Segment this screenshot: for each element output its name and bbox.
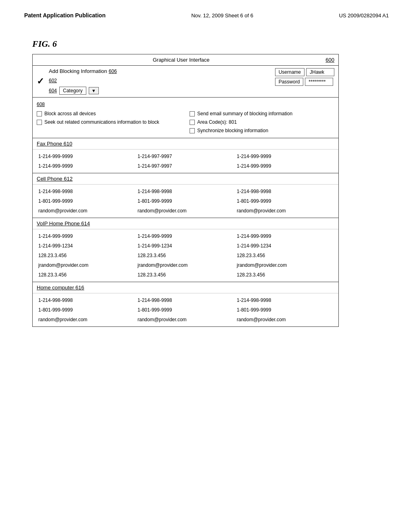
add-blocking-labels: Add Blocking Information 606 602 604 Cat… [49,68,117,95]
data-cell-1-0-2: 1-214-998-9998 [235,187,334,196]
data-cell-1-2-0: random@provider.com [37,206,136,215]
gui-header: Graphical User Interface 600 [33,54,338,66]
option-row-1: Seek out related communications informat… [37,119,181,126]
data-cell-1-0-0: 1-214-998-9998 [37,187,136,196]
section-header-0: Fax Phone 610 [33,138,338,150]
ref-604: 604 [49,88,57,94]
username-row: Username JHawk [275,68,334,76]
data-cell-3-0-0: 1-214-998-9998 [37,296,136,305]
password-row: Password ********* [275,78,334,86]
data-cell-2-3-2: jrandom@provider.com [235,261,334,270]
data-cell-2-3-1: jrandom@provider.com [136,261,235,270]
checkmark-icon: ✓ [37,76,44,87]
data-cell-2-3-0: jrandom@provider.com [37,261,136,270]
data-cell-3-2-2: random@provider.com [235,315,334,324]
data-cell-2-0-2: 1-214-999-9999 [235,232,334,241]
data-cell-2-2-0: 128.23.3.456 [37,251,136,260]
options-right: Send email summary of blocking informati… [190,110,334,134]
data-cell-2-2-1: 128.23.3.456 [136,251,235,260]
data-cell-2-4-0: 128.23.3.456 [37,270,136,279]
option-row-right-0: Send email summary of blocking informati… [190,110,334,117]
category-row: 602 [49,77,117,83]
data-cell-0-0-0: 1-214-999-9999 [37,152,136,161]
section-header-2: VoIP Home Phone 614 [33,218,338,229]
data-cell-3-0-1: 1-214-998-9998 [136,296,235,305]
checkbox-block-all[interactable] [37,111,42,116]
add-blocking-line: Add Blocking Information 606 [49,68,117,74]
category-dropdown[interactable]: ▼ [89,87,99,94]
checkbox-sync[interactable] [190,128,195,133]
section-label-3: Home computer 616 [37,285,84,291]
data-section-0: Fax Phone 6101-214-999-99991-214-997-999… [33,138,338,173]
data-cell-3-0-2: 1-214-998-9998 [235,296,334,305]
data-cell-2-4-2: 128.23.3.456 [235,270,334,279]
option-label-0: Block across all devices [44,110,96,117]
ref-602: 602 [49,78,57,83]
options-left: Block across all devices Seek out relate… [37,110,181,134]
data-cell-3-2-0: random@provider.com [37,315,136,324]
data-sections: Fax Phone 6101-214-999-99991-214-997-999… [33,138,338,326]
checkbox-email-summary[interactable] [190,111,195,116]
data-rows-1: 1-214-998-99981-214-998-99981-214-998-99… [33,185,338,218]
option-label-1: Seek out related communications informat… [44,119,159,126]
option-label-right-2: Synchronize blocking information [197,127,268,134]
publication-date: Nov. 12, 2009 Sheet 6 of 6 [191,12,253,19]
username-label: Username [275,68,305,76]
data-section-2: VoIP Home Phone 6141-214-999-99991-214-9… [33,218,338,282]
data-cell-1-1-2: 1-801-999-9999 [235,197,334,206]
section-header-1: Cell Phone 612 [33,173,338,185]
data-rows-0: 1-214-999-99991-214-997-99971-214-999-99… [33,150,338,173]
username-value: JHawk [306,68,334,76]
checkbox-area-code[interactable] [190,120,195,125]
data-cell-3-2-1: random@provider.com [136,315,235,324]
gui-container: Graphical User Interface 600 ✓ Add Block… [32,54,339,327]
data-cell-2-4-1: 128.23.3.456 [136,270,235,279]
data-cell-2-2-2: 128.23.3.456 [235,251,334,260]
data-cell-3-1-2: 1-801-999-9999 [235,305,334,314]
page-body: FIG. 6 Graphical User Interface 600 ✓ Ad… [0,23,413,343]
data-cell-1-2-2: random@provider.com [235,206,334,215]
add-blocking-row: ✓ Add Blocking Information 606 602 604 C… [33,66,338,98]
option-label-right-1: Area Code(s): 801 [197,119,237,126]
data-rows-2: 1-214-999-99991-214-999-99991-214-999-99… [33,229,338,282]
checkbox-seek-related[interactable] [37,120,42,125]
section-header-3: Home computer 616 [33,282,338,293]
data-cell-2-1-2: 1-214-999-1234 [235,241,334,250]
options-grid: Block across all devices Seek out relate… [37,110,334,134]
gui-title: Graphical User Interface [37,57,325,63]
credentials-section: Username JHawk Password ********* [275,68,334,86]
password-label: Password [275,78,304,86]
gui-id: 600 [325,57,334,63]
data-section-1: Cell Phone 6121-214-998-99981-214-998-99… [33,173,338,218]
section-label-1: Cell Phone 612 [37,176,73,182]
password-value: ********* [305,78,333,86]
data-rows-3: 1-214-998-99981-214-998-99981-214-998-99… [33,293,338,326]
category-label: Category [59,87,86,95]
data-section-3: Home computer 6161-214-998-99981-214-998… [33,282,338,326]
add-blocking-label: Add Blocking Information [49,68,107,74]
option-row-0: Block across all devices [37,110,181,117]
ref-608: 608 [37,102,334,107]
section-608: 608 Block across all devices Seek out re… [33,98,338,138]
data-cell-3-1-1: 1-801-999-9999 [136,305,235,314]
data-cell-2-0-1: 1-214-999-9999 [136,232,235,241]
data-cell-2-1-1: 1-214-999-1234 [136,241,235,250]
option-label-right-0: Send email summary of blocking informati… [197,110,292,117]
section-label-2: VoIP Home Phone 614 [37,220,90,227]
data-cell-0-0-2: 1-214-999-9999 [235,152,334,161]
ref-606: 606 [109,69,117,74]
fig-title: FIG. 6 [32,39,381,49]
data-cell-0-1-1: 1-214-997-9997 [136,162,235,170]
data-cell-1-1-1: 1-801-999-9999 [136,197,235,206]
data-cell-2-1-0: 1-214-999-1234 [37,241,136,250]
publication-number: US 2009/0282094 A1 [339,12,389,19]
option-row-right-1: Area Code(s): 801 [190,119,334,126]
data-cell-1-1-0: 1-801-999-9999 [37,197,136,206]
data-cell-3-1-0: 1-801-999-9999 [37,305,136,314]
data-cell-1-0-1: 1-214-998-9998 [136,187,235,196]
data-cell-0-1-2: 1-214-999-9999 [235,162,334,170]
section-label-0: Fax Phone 610 [37,141,72,147]
publication-label: Patent Application Publication [24,12,106,19]
option-row-right-2: Synchronize blocking information [190,127,334,134]
page-header: Patent Application Publication Nov. 12, … [0,0,413,23]
